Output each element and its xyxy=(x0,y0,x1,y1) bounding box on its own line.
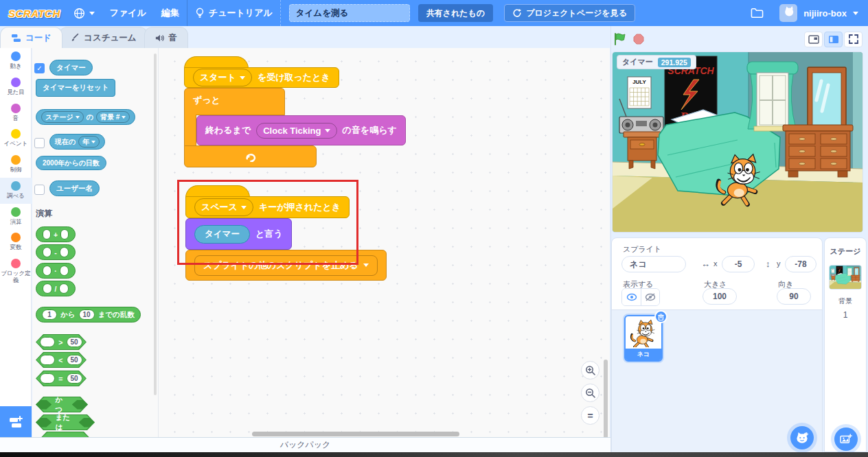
hide-sprite-button[interactable] xyxy=(641,289,659,305)
category-looks[interactable]: 見た目 xyxy=(0,74,32,100)
monitor-checkbox-timer[interactable]: ✓ xyxy=(34,63,45,73)
block-subtract[interactable]: - xyxy=(36,244,76,260)
shared-status-button[interactable]: 共有されたもの xyxy=(418,4,493,22)
palette-scrollbar[interactable] xyxy=(154,54,157,395)
add-backdrop-button[interactable] xyxy=(834,427,858,451)
avatar[interactable] xyxy=(779,4,797,22)
block-play-sound-until-done[interactable]: 終わるまで Clock Ticking の音を鳴らす xyxy=(196,115,406,145)
boolean-slot[interactable] xyxy=(79,418,95,427)
stop-button[interactable] xyxy=(633,34,644,45)
block-equals[interactable]: =50 xyxy=(36,371,87,386)
zoom-in-button[interactable] xyxy=(581,361,599,379)
block-backdrop-of[interactable]: ステージ の 背景 # xyxy=(36,109,135,125)
code-workspace[interactable]: スタート を受け取ったとき ずっと 終わるまで Clock Ticking の音… xyxy=(159,48,610,437)
category-control[interactable]: 制御 xyxy=(0,152,32,178)
monitor-checkbox-username[interactable] xyxy=(34,185,45,195)
boolean-slot[interactable] xyxy=(36,418,52,427)
category-sound[interactable]: 音 xyxy=(0,100,32,126)
category-motion[interactable]: 動き xyxy=(0,48,32,74)
category-events[interactable]: イベント xyxy=(0,126,32,152)
block-when-i-receive[interactable]: スタート を受け取ったとき xyxy=(184,67,339,88)
monitor-checkbox-current[interactable] xyxy=(34,138,45,148)
forever-foot[interactable] xyxy=(184,145,317,167)
add-sprite-button[interactable] xyxy=(790,426,814,449)
number-slot[interactable] xyxy=(43,266,52,276)
block-less-than[interactable]: <50 xyxy=(36,352,87,368)
number-field[interactable]: 50 xyxy=(67,373,82,384)
block-divide[interactable]: / xyxy=(36,281,76,296)
block-and[interactable]: かつ xyxy=(36,397,88,412)
number-slot[interactable] xyxy=(60,229,69,239)
number-slot[interactable] xyxy=(43,247,52,257)
add-extension-button[interactable] xyxy=(0,406,32,437)
number-slot[interactable] xyxy=(43,283,52,294)
scratch-logo[interactable]: SCRATCH xyxy=(8,8,60,19)
category-sensing[interactable]: 調べる xyxy=(0,178,32,204)
dropdown-field[interactable]: ステージ xyxy=(41,111,84,123)
block-or[interactable]: または xyxy=(36,414,95,430)
broadcast-dropdown[interactable]: スタート xyxy=(193,69,252,86)
boolean-slot[interactable] xyxy=(36,400,52,410)
sound-dropdown[interactable]: Clock Ticking xyxy=(256,123,336,139)
language-menu[interactable] xyxy=(66,0,102,26)
boolean-slot[interactable] xyxy=(72,400,88,410)
horizontal-scrollbar[interactable] xyxy=(252,432,459,436)
block-days-since-2000[interactable]: 2000年からの日数 xyxy=(36,156,106,170)
number-field[interactable]: 1 xyxy=(42,309,57,320)
number-slot[interactable] xyxy=(43,229,51,239)
block-timer-reporter[interactable]: タイマー xyxy=(49,60,93,75)
number-slot[interactable] xyxy=(60,266,69,276)
tab-sounds[interactable]: 音 xyxy=(144,27,189,48)
project-title-input[interactable]: タイムを測る xyxy=(289,4,410,22)
category-variables[interactable]: 変数 xyxy=(0,229,32,255)
vertical-scrollbar[interactable] xyxy=(604,360,608,449)
fullscreen-button[interactable] xyxy=(844,32,863,47)
tab-costumes[interactable]: コスチューム xyxy=(59,27,147,48)
zoom-out-button[interactable] xyxy=(581,384,599,402)
number-slot[interactable] xyxy=(60,247,69,257)
number-field[interactable]: 50 xyxy=(67,337,82,347)
block-add[interactable]: + xyxy=(36,226,76,242)
dropdown-field[interactable]: 年 xyxy=(78,136,100,148)
normal-stage-button[interactable] xyxy=(824,32,843,47)
see-project-page-button[interactable]: プロジェクトページを見る xyxy=(504,4,635,22)
category-operators[interactable]: 演算 xyxy=(0,204,32,230)
block-multiply[interactable]: · xyxy=(36,263,76,279)
block-pick-random[interactable]: 1 から 10 までの乱数 xyxy=(36,307,141,323)
value-slot[interactable] xyxy=(40,355,55,365)
size-input[interactable]: 100 xyxy=(703,288,737,305)
stage[interactable]: タイマー 291.925 xyxy=(613,52,863,232)
block-forever[interactable]: ずっと xyxy=(184,88,285,115)
chevron-down-icon[interactable] xyxy=(853,12,858,15)
small-stage-button[interactable] xyxy=(804,32,823,47)
value-slot[interactable] xyxy=(40,337,55,347)
y-position-input[interactable]: -78 xyxy=(785,256,816,272)
block-current-year[interactable]: 現在の 年 xyxy=(49,134,105,150)
direction-input[interactable]: 90 xyxy=(777,288,811,305)
x-position-input[interactable]: -5 xyxy=(722,256,755,272)
folder-icon[interactable] xyxy=(751,8,764,19)
backpack-bar[interactable]: バックパック xyxy=(0,437,610,452)
tutorials-menu[interactable]: チュートリアル xyxy=(187,0,280,26)
block-reset-timer[interactable]: タイマーをリセット xyxy=(36,79,115,97)
dropdown-field[interactable]: 背景 # xyxy=(96,111,130,123)
tab-code[interactable]: コード xyxy=(0,27,62,48)
zoom-reset-button[interactable]: = xyxy=(581,406,599,425)
category-my-blocks[interactable]: ブロック定義 xyxy=(0,255,32,288)
block-greater-than[interactable]: >50 xyxy=(36,334,87,350)
sprite-card-cat[interactable]: ネコ xyxy=(624,315,663,362)
file-menu[interactable]: ファイル xyxy=(102,0,154,26)
timer-variable-monitor[interactable]: タイマー 291.925 xyxy=(617,55,696,69)
show-sprite-button[interactable] xyxy=(622,289,641,305)
delete-sprite-button[interactable] xyxy=(654,310,667,323)
value-slot[interactable] xyxy=(40,373,55,384)
block-username-reporter[interactable]: ユーザー名 xyxy=(49,180,100,196)
backdrop-thumbnail[interactable] xyxy=(829,265,862,290)
block-not-partial[interactable] xyxy=(39,432,91,437)
edit-menu[interactable]: 編集 xyxy=(154,0,187,26)
username-label[interactable]: nijiiro-box xyxy=(803,8,847,19)
stage-selector-panel[interactable]: ステージ 背景 1 xyxy=(824,237,867,452)
green-flag-button[interactable] xyxy=(613,32,626,46)
number-field[interactable]: 50 xyxy=(67,355,82,365)
number-slot[interactable] xyxy=(59,283,69,294)
